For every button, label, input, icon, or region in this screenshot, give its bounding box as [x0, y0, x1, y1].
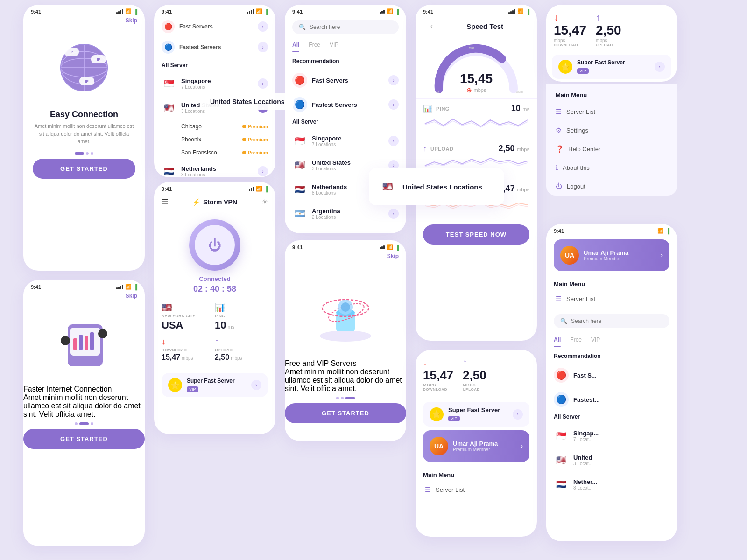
rp-sg-info: Singap... 7 Locat...	[573, 430, 669, 442]
page-dots-2	[23, 422, 145, 425]
get-started-btn-1[interactable]: GET STARTED	[33, 159, 135, 179]
singapore-info: Singapore 7 Locations	[181, 77, 258, 90]
profile-type: Premium Member	[453, 447, 498, 452]
upload-arrow-icon: ↑	[215, 337, 268, 347]
fastest-servers-item-5[interactable]: 🔵 Fastest Servers ›	[285, 92, 406, 117]
r-dl-value: 15,47	[554, 23, 586, 38]
tab-free[interactable]: Free	[309, 38, 320, 52]
back-btn-7[interactable]: ‹	[423, 18, 440, 34]
singapore-item[interactable]: 🇸🇬 Singapore 7 Locations ›	[154, 71, 275, 96]
rp-fastest-name: Fastest...	[573, 396, 669, 403]
r-dl-unit: mbps	[554, 38, 586, 43]
theme-icon[interactable]: ☀	[261, 197, 268, 206]
rp-nl-item[interactable]: 🇳🇱 Nether... 8 Locat...	[546, 472, 677, 497]
dl-top-value: 15,47	[423, 368, 453, 383]
ping-metric-value: 10	[511, 104, 521, 113]
location-label: NEW YORK CITY	[162, 314, 215, 318]
signal-1	[116, 9, 123, 14]
fvip-title: Free and VIP Servers	[285, 359, 406, 368]
search-input[interactable]	[310, 24, 392, 30]
ar-info-5: Argentina 2 Locations	[312, 208, 388, 220]
page-dots-1	[33, 152, 135, 155]
svg-point-20	[320, 330, 371, 342]
rp-sg-item[interactable]: 🇸🇬 Singap... 7 Locat...	[546, 424, 677, 448]
status-icons-1: 📶 ▐	[116, 8, 137, 14]
server-footer-arrow: ›	[251, 380, 261, 390]
r-ul-label: UPLOAD	[596, 43, 621, 47]
rp-us-item[interactable]: 🇺🇸 United 3 Locat...	[546, 448, 677, 472]
speed-gauge: 0 5m 30m 15,45 ⊕ mbps	[430, 38, 523, 98]
flag-stat-icon: 🇺🇸	[162, 302, 215, 313]
skip-button-1[interactable]: Skip	[23, 16, 145, 26]
r-help-icon: ❓	[556, 145, 564, 153]
rp-fast-item[interactable]: 🔴 Fast S...	[546, 363, 677, 387]
singapore-item-5[interactable]: 🇸🇬 Singapore 7 Locations ›	[285, 129, 406, 153]
hamburger-icon[interactable]: ☰	[162, 197, 168, 206]
right-sidebar-nav: Main Menu ☰ Server List ⚙ Settings ❓ Hel…	[546, 84, 677, 196]
rp-server-list[interactable]: ☰ Server List	[546, 289, 677, 308]
wifi-icon-5: 📶	[387, 8, 393, 14]
skip-button-6b[interactable]: Skip	[285, 252, 406, 261]
upload-stat-label: UPLOAD	[215, 348, 268, 352]
fastest-servers-item[interactable]: 🔵 Fastest Servers ›	[154, 37, 275, 57]
skip-button-4[interactable]: Skip	[23, 292, 145, 301]
rp-main-menu: Main Menu	[546, 275, 677, 289]
status-icons-6b: 📶 ▐	[380, 244, 399, 250]
fast-arrow-5: ›	[388, 75, 399, 85]
status-bar-rp: 9:41 📶 ▐	[546, 224, 677, 236]
rp-avatar: UA	[560, 246, 579, 265]
location-name: USA	[162, 319, 183, 331]
power-icon[interactable]: ⏻	[208, 238, 221, 253]
upload-unit: mbps	[231, 356, 242, 361]
wifi-icon-7: 📶	[517, 8, 524, 14]
wifi-icon-4: 📶	[125, 284, 132, 290]
super-fast-icon-8: ⭐	[430, 407, 444, 421]
rp-us-name: United	[573, 454, 669, 461]
chicago-item[interactable]: Chicago Premium	[154, 120, 275, 133]
get-started-btn-6b[interactable]: GET STARTED	[285, 403, 406, 423]
test-speed-btn[interactable]: TEST SPEED NOW	[423, 224, 529, 245]
ul-top-icon: ↑	[463, 357, 467, 367]
fast-servers-item-5[interactable]: 🔴 Fast Servers ›	[285, 68, 406, 92]
profile-arrow[interactable]: ›	[521, 442, 523, 450]
sf-item[interactable]: San Fransisco Premium	[154, 146, 275, 159]
server-footer-info: Super Fast Server VIP	[187, 378, 247, 392]
phoenix-item[interactable]: Phoenix Premium	[154, 133, 275, 146]
rp-tab-all[interactable]: All	[554, 333, 561, 347]
super-server-info-8: Super Fast Server VIP	[448, 406, 500, 422]
status-bar-1: 9:41 📶 ▐	[23, 5, 145, 16]
us-name-5: United States	[312, 159, 388, 166]
tab-vip[interactable]: VIP	[330, 38, 338, 52]
profile-row: UA Umar Aji Prama Premium Member ›	[423, 430, 529, 462]
globe-svg: IP IP IP	[54, 37, 114, 98]
sg-arrow-5: ›	[388, 136, 399, 146]
r-main-menu: Main Menu	[546, 84, 677, 102]
r-about-nav[interactable]: ℹ About this	[546, 158, 677, 177]
vip-badge-8: VIP	[448, 416, 460, 421]
super-fast-name: Super Fast Server	[187, 378, 247, 384]
r-settings-nav[interactable]: ⚙ Settings	[546, 121, 677, 140]
netherlands-item[interactable]: 🇳🇱 Netherlands 8 Locations ›	[154, 159, 275, 177]
battery-icon-3: ▐	[264, 186, 268, 192]
rp-fast-info: Fast S...	[573, 372, 669, 379]
onboarding2-desc: Amet minim mollit non deserunt ullamco e…	[23, 393, 145, 419]
onboarding1-title: Easy Connection	[31, 110, 137, 119]
tab-all[interactable]: All	[292, 38, 299, 52]
get-started-btn-4[interactable]: GET STARTED	[23, 429, 145, 449]
download-stat: ↓ DOWNLOAD 15,47 mbps	[162, 334, 215, 364]
nav-server-list[interactable]: ☰ Server List	[416, 480, 537, 499]
rp-nl-locs: 8 Locat...	[573, 485, 669, 490]
rp-search-input[interactable]	[571, 318, 663, 324]
ping-stat: 📊 PING 10 ms	[215, 300, 268, 334]
r-logout-nav[interactable]: ⏻ Logout	[546, 177, 677, 196]
dot-2	[86, 152, 89, 155]
fast-servers-item[interactable]: 🔴 Fast Servers ›	[154, 16, 275, 37]
dot3-2	[341, 397, 344, 399]
onboarding2-title: Faster Internet Connection	[23, 385, 145, 393]
gauge-unit: mbps	[474, 87, 486, 93]
upload-metric-value: 2,50	[499, 144, 515, 153]
rp-fastest-item[interactable]: 🔵 Fastest...	[546, 387, 677, 412]
rp-profile-arrow[interactable]: ›	[661, 251, 663, 259]
r-server-list-nav[interactable]: ☰ Server List	[546, 102, 677, 121]
r-help-nav[interactable]: ❓ Help Center	[546, 140, 677, 158]
